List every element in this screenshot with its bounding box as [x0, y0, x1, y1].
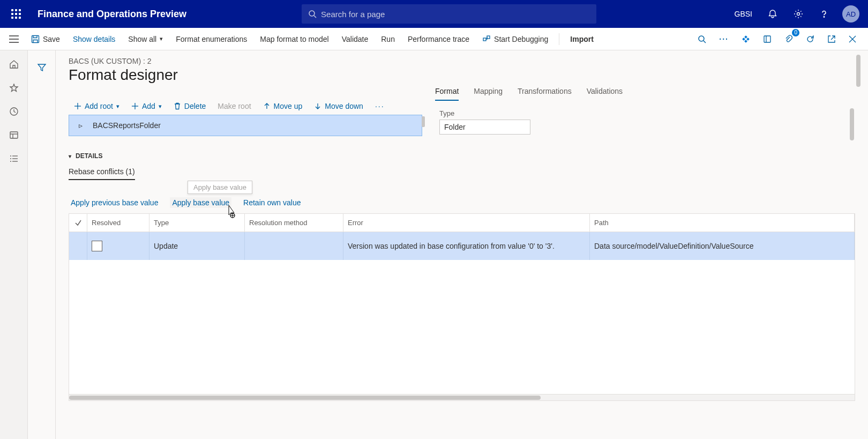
move-down-button[interactable]: Move down [309, 98, 369, 115]
search-action-icon[interactable] [691, 28, 713, 50]
type-input[interactable]: Folder [439, 120, 530, 135]
breadcrumb: BACS (UK CUSTOM) : 2 [69, 57, 855, 65]
map-format-button[interactable]: Map format to model [253, 28, 335, 50]
add-root-button[interactable]: Add root ▾ [69, 98, 125, 115]
search-icon [308, 10, 317, 18]
cell-resolved[interactable] [87, 232, 149, 260]
debug-icon [482, 35, 491, 43]
tree-toolbar: Add root ▾ Add ▾ Delete Make root [69, 98, 422, 115]
expand-icon[interactable]: ▹ [79, 121, 88, 130]
show-all-button[interactable]: Show all ▾ [122, 28, 169, 50]
retain-own-value-button[interactable]: Retain own value [241, 197, 303, 208]
search-input[interactable] [321, 10, 590, 19]
start-debugging-label: Start Debugging [494, 35, 548, 43]
move-up-label: Move up [274, 102, 303, 110]
popout-icon[interactable] [821, 28, 842, 50]
add-root-label: Add root [85, 102, 113, 110]
trash-icon [174, 102, 181, 110]
attachments-icon[interactable]: 0 [778, 28, 799, 50]
svg-point-10 [699, 36, 704, 41]
splitter-handle[interactable] [422, 116, 425, 127]
type-label: Type [439, 109, 855, 117]
settings-icon[interactable] [787, 2, 810, 26]
refresh-icon[interactable] [799, 28, 821, 50]
attachments-badge: 0 [792, 29, 799, 36]
favorites-icon[interactable] [3, 77, 25, 99]
svg-point-3 [824, 17, 824, 17]
filter-icon[interactable] [31, 57, 53, 78]
tree-root-item[interactable]: ▹ BACSReportsFolder [69, 115, 422, 136]
office-icon[interactable] [757, 28, 778, 50]
validate-button[interactable]: Validate [335, 28, 375, 50]
save-button[interactable]: Save [25, 28, 66, 50]
delete-button[interactable]: Delete [168, 98, 211, 115]
scrollbar-thumb[interactable] [850, 108, 854, 140]
page-title: Format designer [69, 66, 855, 84]
svg-point-2 [797, 13, 800, 16]
select-all-checkbox[interactable] [69, 214, 87, 232]
col-resolved[interactable]: Resolved [87, 214, 149, 232]
rebase-conflicts-tab[interactable]: Rebase conflicts (1) [69, 167, 135, 180]
arrow-up-icon [263, 102, 271, 110]
start-debugging-button[interactable]: Start Debugging [476, 28, 555, 50]
svg-rect-12 [744, 35, 747, 39]
col-type[interactable]: Type [149, 214, 245, 232]
resolved-checkbox[interactable] [92, 241, 102, 251]
svg-rect-14 [746, 38, 750, 41]
tab-validations[interactable]: Validations [587, 87, 623, 101]
home-icon[interactable] [3, 54, 25, 75]
tab-mapping[interactable]: Mapping [474, 87, 503, 101]
close-icon[interactable] [842, 28, 863, 50]
chevron-down-icon: ▾ [116, 103, 119, 110]
move-up-button[interactable]: Move up [258, 98, 308, 115]
plus-icon [74, 102, 81, 110]
user-avatar[interactable]: AD [842, 5, 859, 23]
move-down-label: Move down [325, 102, 363, 110]
overflow-icon[interactable]: ··· [713, 28, 735, 50]
show-all-label: Show all [128, 35, 156, 43]
svg-point-0 [309, 11, 315, 16]
performance-trace-button[interactable]: Performance trace [401, 28, 476, 50]
action-bar: Save Show details Show all ▾ Format enum… [0, 28, 868, 50]
company-code[interactable]: GBSI [728, 10, 759, 18]
app-title: Finance and Operations Preview [38, 9, 186, 20]
svg-rect-13 [742, 38, 745, 41]
conflict-actions: Apply previous base value Apply base val… [69, 197, 855, 208]
arrow-down-icon [314, 102, 321, 110]
diamond-icon[interactable] [735, 28, 757, 50]
nav-toggle-icon[interactable] [3, 28, 25, 50]
run-button[interactable]: Run [375, 28, 401, 50]
workspaces-icon[interactable] [3, 124, 25, 146]
row-handle[interactable] [69, 232, 87, 260]
svg-rect-9 [487, 36, 490, 39]
add-label: Add [142, 102, 155, 110]
col-error[interactable]: Error [343, 214, 590, 232]
nav-rail [0, 50, 28, 439]
grid-row[interactable]: Update Version was updated in base confi… [69, 232, 855, 260]
notifications-icon[interactable] [761, 2, 784, 26]
col-method[interactable]: Resolution method [245, 214, 343, 232]
chevron-down-icon: ▾ [159, 103, 162, 110]
tab-format[interactable]: Format [435, 87, 459, 101]
scrollbar-thumb[interactable] [856, 55, 860, 87]
app-launcher-icon[interactable] [4, 2, 28, 26]
make-root-button: Make root [212, 98, 256, 115]
recent-icon[interactable] [3, 101, 25, 122]
tree-overflow-icon[interactable]: ··· [370, 98, 390, 115]
show-details-button[interactable]: Show details [66, 28, 122, 50]
tab-transformations[interactable]: Transformations [518, 87, 572, 101]
grid-header-row: Resolved Type Resolution method Error Pa… [69, 214, 855, 232]
modules-icon[interactable] [3, 148, 25, 169]
global-search[interactable] [302, 4, 596, 24]
svg-rect-16 [764, 36, 770, 42]
add-button[interactable]: Add ▾ [126, 98, 167, 115]
import-button[interactable]: Import [564, 28, 600, 50]
apply-base-value-button[interactable]: Apply base value [170, 197, 231, 208]
details-header[interactable]: ▾ DETAILS [69, 152, 855, 160]
cell-path: Data source/model/ValueDefinition/ValueS… [590, 232, 855, 260]
horizontal-scrollbar[interactable] [69, 394, 855, 400]
format-enumerations-button[interactable]: Format enumerations [169, 28, 253, 50]
help-icon[interactable] [812, 2, 836, 26]
apply-previous-base-button[interactable]: Apply previous base value [69, 197, 160, 208]
col-path[interactable]: Path [590, 214, 855, 232]
